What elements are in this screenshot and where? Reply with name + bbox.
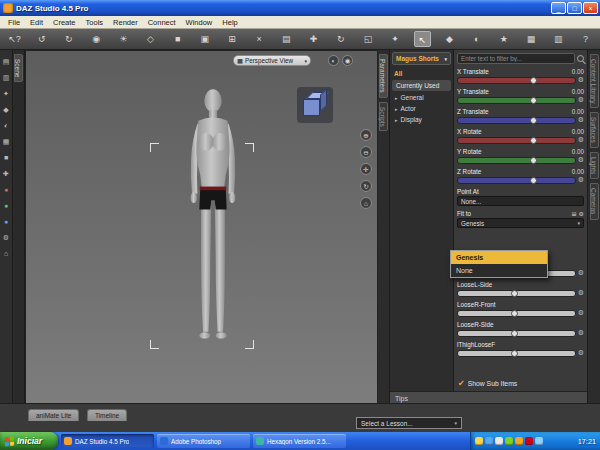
taskbar-item-hexagon[interactable]: Hexagon Version 2.5...	[253, 434, 346, 448]
slider-knob[interactable]	[511, 350, 518, 357]
fit-figure-icon[interactable]: ⊞	[572, 210, 577, 217]
group-actor[interactable]: ▸ Actor	[390, 103, 453, 114]
slider-knob[interactable]	[530, 77, 537, 84]
menu-window[interactable]: Window	[181, 18, 218, 27]
active-pose-tool-icon[interactable]: ✦	[387, 31, 404, 47]
gear-icon[interactable]: ⚙	[578, 289, 584, 297]
lthighloosef-slider[interactable]	[457, 350, 576, 357]
menu-tools[interactable]: Tools	[81, 18, 109, 27]
tab-scripts[interactable]: Scripts	[379, 102, 388, 132]
maximize-button[interactable]: □	[567, 2, 582, 14]
group-general[interactable]: ▸ General	[390, 92, 453, 103]
blue-group-icon[interactable]: ●	[4, 218, 8, 225]
taskbar-item-photoshop[interactable]: Adobe Photoshop	[157, 434, 250, 448]
view-cube[interactable]	[297, 87, 333, 123]
layout-pane-icon[interactable]: ▥	[550, 31, 567, 47]
create-group-icon[interactable]: ▣	[196, 31, 213, 47]
x-translate-slider[interactable]	[457, 77, 576, 84]
create-camera-icon[interactable]: ◉	[88, 31, 105, 47]
gear-icon[interactable]: ⚙	[578, 349, 584, 357]
group-currently-used[interactable]: Currently Used	[392, 80, 451, 91]
tool-pane-icon[interactable]: ✚	[3, 170, 9, 177]
lesson-selector[interactable]: Select a Lesson... ▾	[356, 417, 462, 429]
slider-knob[interactable]	[511, 310, 518, 317]
gear-icon[interactable]: ⚙	[578, 96, 584, 104]
scene-pane-icon[interactable]: ▥	[3, 74, 10, 81]
gear-icon[interactable]: ⚙	[578, 309, 584, 317]
undo-icon[interactable]: ↺	[33, 31, 50, 47]
filter-input[interactable]	[457, 53, 575, 64]
gear-icon[interactable]: ⚙	[578, 116, 584, 124]
gear-icon[interactable]: ⚙	[578, 76, 584, 84]
fit-to-select[interactable]: Genesis ▾	[457, 218, 584, 228]
expand-arrow-icon[interactable]: ▸	[395, 95, 398, 101]
slider-knob[interactable]	[530, 157, 537, 164]
tab-animate-lite[interactable]: aniMate Lite	[28, 409, 79, 421]
loosel-side-slider[interactable]	[457, 290, 576, 297]
duplicate-node-icon[interactable]: ⊞	[224, 31, 241, 47]
rotate-tool-icon[interactable]: ↻	[332, 31, 349, 47]
menu-edit[interactable]: Edit	[25, 18, 48, 27]
tab-cameras[interactable]: Cameras	[590, 183, 599, 219]
smart-content-icon[interactable]: ▤	[3, 58, 10, 65]
tray-update-icon[interactable]	[505, 437, 513, 445]
view-options-icon[interactable]: ◉	[342, 55, 353, 66]
view-selector[interactable]: ▦ Perspective View ▾	[233, 55, 311, 66]
red-group-icon[interactable]: ●	[4, 186, 8, 193]
node-selector-dropdown[interactable]: Magus Shorts ▾	[392, 52, 451, 65]
delete-node-icon[interactable]: ×	[251, 31, 268, 47]
draw-style-icon[interactable]: ◐	[328, 55, 339, 66]
tab-scene[interactable]: Scene	[14, 54, 23, 82]
aux-viewport-icon[interactable]: ▦	[523, 31, 540, 47]
view-cube-front-face[interactable]	[303, 99, 320, 116]
titlebar[interactable]: DAZ Studio 4.5 Pro _ □ ×	[0, 0, 600, 16]
scale-tool-icon[interactable]: ◱	[359, 31, 376, 47]
slider-knob[interactable]	[530, 117, 537, 124]
tray-antivirus-icon[interactable]	[475, 437, 483, 445]
genesis-figure-model[interactable]	[167, 87, 259, 361]
start-button[interactable]: Iniciar	[0, 432, 58, 450]
tab-parameters[interactable]: Parameters	[379, 54, 388, 98]
reset-home-icon[interactable]: ⌂	[360, 197, 372, 209]
zoom-in-icon[interactable]: ⊕	[360, 129, 372, 141]
tray-messenger-icon[interactable]	[515, 437, 523, 445]
node-selection-tool-icon[interactable]: ↖	[414, 31, 431, 47]
slider-knob[interactable]	[511, 290, 518, 297]
viewport-3d[interactable]: ▦ Perspective View ▾ ◐ ◉ ⊕ ⊖ ✛ ↻ ⌂	[25, 50, 378, 404]
tray-display-icon[interactable]	[535, 437, 543, 445]
zoom-out-icon[interactable]: ⊖	[360, 146, 372, 158]
menu-file[interactable]: File	[3, 18, 25, 27]
slider-knob[interactable]	[511, 330, 518, 337]
show-sub-items-checkbox[interactable]: ✔ Show Sub Items	[458, 379, 517, 388]
scene-info-icon[interactable]: ▤	[278, 31, 295, 47]
group-all[interactable]: All	[390, 68, 453, 79]
surfaces-pane-icon[interactable]: ◐	[4, 122, 8, 129]
universal-tool-icon[interactable]: ✚	[305, 31, 322, 47]
expand-arrow-icon[interactable]: ▸	[395, 106, 398, 112]
group-display[interactable]: ▸ Display	[390, 114, 453, 125]
gear-icon[interactable]: ⚙	[578, 329, 584, 337]
tab-surfaces[interactable]: Surfaces	[590, 112, 599, 148]
dropdown-option-none[interactable]: None	[451, 264, 547, 277]
surface-selection-tool-icon[interactable]: ◆	[441, 31, 458, 47]
y-rotate-slider[interactable]	[457, 157, 576, 164]
tab-content-library[interactable]: Content Library	[590, 54, 599, 108]
shaping-pane-icon[interactable]: ◆	[3, 106, 8, 113]
x-rotate-slider[interactable]	[457, 137, 576, 144]
menu-help[interactable]: Help	[217, 18, 242, 27]
expand-arrow-icon[interactable]: ▸	[395, 117, 398, 123]
gear-icon[interactable]: ⚙	[578, 136, 584, 144]
gear-icon[interactable]: ⚙	[578, 269, 584, 277]
fit-options-icon[interactable]: ⚙	[579, 210, 584, 217]
point-at-select[interactable]: None...	[457, 196, 584, 206]
taskbar-item-daz-studio[interactable]: DAZ Studio 4.5 Pro	[61, 434, 154, 448]
green-group-icon[interactable]: ●	[4, 202, 8, 209]
pan-icon[interactable]: ✛	[360, 163, 372, 175]
pose-pane-icon[interactable]: ✦	[3, 90, 9, 97]
looser-front-slider[interactable]	[457, 310, 576, 317]
interface-help-icon[interactable]: ?	[577, 31, 594, 47]
close-button[interactable]: ×	[583, 2, 598, 14]
slider-knob[interactable]	[530, 97, 537, 104]
looser-side-slider[interactable]	[457, 330, 576, 337]
context-help-icon[interactable]: ↖?	[6, 31, 23, 47]
